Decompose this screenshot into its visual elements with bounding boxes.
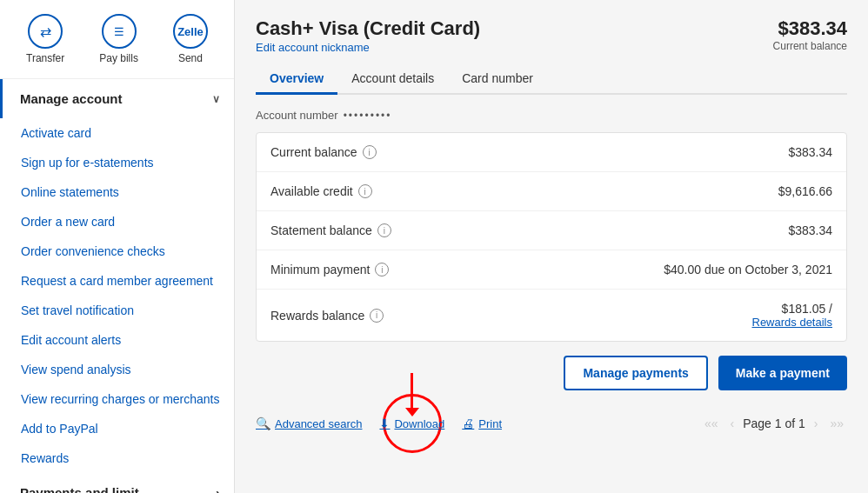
- sidebar-item-new-card[interactable]: Order a new card: [0, 207, 234, 237]
- account-number-label: Account number: [256, 109, 338, 122]
- sidebar-item-edit-alerts[interactable]: Edit account alerts: [0, 325, 234, 355]
- manage-payments-button[interactable]: Manage payments: [564, 356, 707, 390]
- prev-page-button[interactable]: ‹: [726, 415, 738, 432]
- send-icon: Zelle: [173, 14, 208, 49]
- current-balance-info-icon[interactable]: i: [363, 145, 377, 159]
- pay-bills-action[interactable]: ☰ Pay bills: [99, 14, 138, 64]
- payments-limit-label: Payments and limit: [20, 485, 139, 493]
- sidebar-item-paypal[interactable]: Add to PayPal: [0, 414, 234, 443]
- minimum-payment-info-icon[interactable]: i: [375, 263, 389, 276]
- rewards-balance-label: Rewards balance: [270, 309, 364, 323]
- account-title: Cash+ Visa (Credit Card): [256, 17, 480, 40]
- main-content: Cash+ Visa (Credit Card) Edit account ni…: [235, 0, 868, 493]
- current-balance-label: Current balance: [270, 145, 357, 159]
- sidebar-item-activate-card[interactable]: Activate card: [0, 118, 234, 148]
- transfer-action[interactable]: ⇄ Transfer: [26, 14, 64, 64]
- payments-limit-header[interactable]: Payments and limit ›: [0, 473, 234, 493]
- pagination: «« ‹ Page 1 of 1 › »»: [701, 415, 847, 432]
- available-credit-value: $9,616.66: [778, 184, 832, 198]
- account-balance: $383.34: [773, 17, 847, 40]
- download-button[interactable]: ⬇ Download: [379, 416, 444, 430]
- minimum-payment-value: $40.00 due on October 3, 2021: [664, 263, 832, 276]
- sidebar-item-recurring-charges[interactable]: View recurring charges or merchants: [0, 384, 234, 414]
- sidebar-item-spend-analysis[interactable]: View spend analysis: [0, 355, 234, 384]
- manage-account-section: Manage account ∨ Activate card Sign up f…: [0, 79, 234, 473]
- chevron-down-icon: ∨: [212, 93, 220, 105]
- statement-balance-label: Statement balance: [270, 223, 372, 237]
- sidebar-item-online-statements[interactable]: Online statements: [0, 177, 234, 207]
- current-balance-row: Current balance i $383.34: [257, 133, 846, 172]
- sidebar-item-rewards[interactable]: Rewards: [0, 443, 234, 473]
- search-icon: 🔍: [256, 416, 270, 430]
- rewards-balance-value: $181.05 / Rewards details: [752, 302, 833, 329]
- sidebar-item-e-statements[interactable]: Sign up for e-statements: [0, 148, 234, 177]
- account-header: Cash+ Visa (Credit Card) Edit account ni…: [256, 17, 847, 61]
- sidebar-item-convenience-checks[interactable]: Order convenience checks: [0, 237, 234, 266]
- last-page-button[interactable]: »»: [826, 415, 847, 432]
- tab-card-number[interactable]: Card number: [448, 64, 547, 95]
- sidebar-item-card-member-agreement[interactable]: Request a card member agreement: [0, 266, 234, 296]
- current-balance-value: $383.34: [788, 145, 832, 159]
- rewards-balance-info-icon[interactable]: i: [370, 309, 384, 323]
- rewards-details-link[interactable]: Rewards details: [752, 316, 833, 329]
- payments-limit-section: Payments and limit ›: [0, 473, 234, 493]
- statement-balance-value: $383.34: [788, 223, 832, 237]
- edit-nickname-link[interactable]: Edit account nickname: [256, 41, 370, 54]
- sidebar-item-travel-notification[interactable]: Set travel notification: [0, 296, 234, 325]
- bottom-toolbar: 🔍 Advanced search ⬇ Download 🖨 Print «« …: [256, 408, 847, 439]
- action-buttons: Manage payments Make a payment: [256, 356, 847, 390]
- transfer-icon: ⇄: [28, 14, 63, 49]
- send-label: Send: [178, 52, 203, 64]
- make-payment-button[interactable]: Make a payment: [718, 356, 847, 390]
- balance-table: Current balance i $383.34 Available cred…: [256, 132, 847, 342]
- send-action[interactable]: Zelle Send: [173, 14, 208, 64]
- transfer-label: Transfer: [26, 52, 64, 64]
- minimum-payment-row: Minimum payment i $40.00 due on October …: [257, 250, 846, 290]
- available-credit-info-icon[interactable]: i: [358, 184, 372, 198]
- download-icon: ⬇: [379, 416, 390, 430]
- print-button[interactable]: 🖨 Print: [462, 416, 502, 430]
- download-annotation: ⬇ Download: [379, 416, 444, 430]
- advanced-search-button[interactable]: 🔍 Advanced search: [256, 416, 362, 430]
- statement-balance-info-icon[interactable]: i: [377, 223, 391, 237]
- first-page-button[interactable]: ««: [701, 415, 722, 432]
- account-number-row: Account number •••••••••: [256, 109, 847, 122]
- available-credit-row: Available credit i $9,616.66: [257, 172, 846, 211]
- statement-balance-row: Statement balance i $383.34: [257, 211, 846, 250]
- pay-bills-icon: ☰: [102, 14, 137, 49]
- rewards-balance-row: Rewards balance i $181.05 / Rewards deta…: [257, 290, 846, 341]
- available-credit-label: Available credit: [270, 184, 353, 198]
- top-actions: ⇄ Transfer ☰ Pay bills Zelle Send: [0, 0, 234, 79]
- tab-account-details[interactable]: Account details: [337, 64, 448, 95]
- manage-account-header[interactable]: Manage account ∨: [0, 79, 234, 118]
- tab-overview[interactable]: Overview: [256, 64, 337, 95]
- page-indicator: Page 1 of 1: [743, 416, 805, 430]
- sidebar: ⇄ Transfer ☰ Pay bills Zelle Send Manage…: [0, 0, 235, 493]
- balance-section: $383.34 Current balance: [773, 17, 847, 52]
- manage-account-label: Manage account: [20, 91, 123, 106]
- account-number-dots: •••••••••: [344, 110, 392, 122]
- tabs: Overview Account details Card number: [256, 64, 847, 95]
- payments-chevron-icon: ›: [216, 485, 220, 493]
- balance-label: Current balance: [773, 40, 847, 52]
- pay-bills-label: Pay bills: [99, 52, 138, 64]
- print-icon: 🖨: [462, 416, 474, 430]
- minimum-payment-label: Minimum payment: [270, 263, 370, 276]
- next-page-button[interactable]: ›: [811, 415, 822, 432]
